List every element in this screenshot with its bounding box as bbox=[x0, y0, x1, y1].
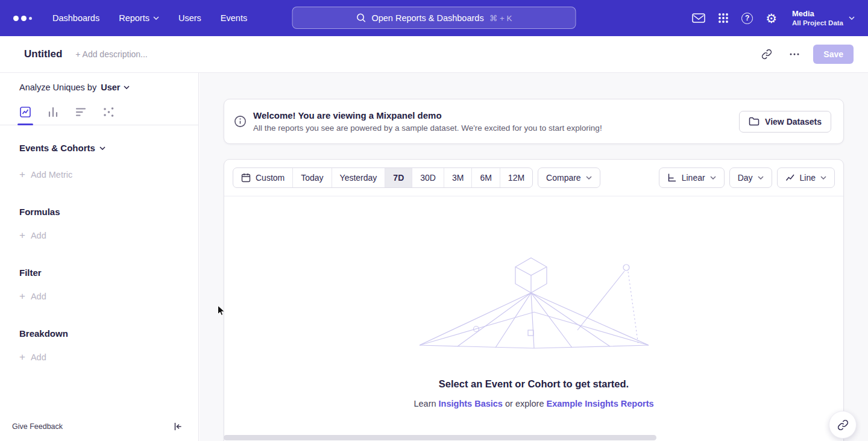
nav-users[interactable]: Users bbox=[178, 13, 201, 23]
save-button[interactable]: Save bbox=[813, 45, 854, 64]
chevron-down-icon bbox=[99, 146, 105, 150]
horizontal-scrollbar[interactable] bbox=[224, 435, 656, 440]
date-range-7d[interactable]: 7D bbox=[385, 168, 412, 187]
analyze-by-dropdown[interactable]: User bbox=[101, 83, 130, 92]
more-options-icon[interactable] bbox=[785, 45, 804, 63]
date-range-control: Custom Today Yesterday 7D 30D 3M 6M 12M bbox=[233, 167, 533, 188]
line-chart-icon bbox=[19, 106, 31, 118]
copy-link-icon[interactable] bbox=[758, 45, 776, 63]
analyze-value: User bbox=[101, 83, 120, 92]
linear-axis-icon bbox=[667, 173, 677, 183]
report-actions: Save bbox=[758, 45, 854, 64]
project-switcher[interactable]: Media All Project Data bbox=[792, 8, 855, 27]
granularity-label: Day bbox=[738, 173, 753, 183]
analyze-row: Analyze Uniques by User bbox=[0, 73, 198, 99]
chart-type-label: Line bbox=[800, 173, 816, 183]
mixpanel-logo-icon[interactable] bbox=[13, 16, 32, 21]
sidebar-footer: Give Feedback bbox=[0, 416, 198, 441]
report-header: Untitled + Add description... Save bbox=[0, 36, 868, 73]
add-formula-label: Add bbox=[31, 231, 46, 240]
date-range-label: Custom bbox=[256, 173, 285, 183]
report-canvas: Welcome! You are viewing a Mixpanel demo… bbox=[200, 73, 868, 441]
add-formula-button[interactable]: + Add bbox=[0, 230, 198, 240]
inbox-icon[interactable] bbox=[692, 13, 705, 23]
axis-scale-button[interactable]: Linear bbox=[659, 167, 725, 188]
date-range-today[interactable]: Today bbox=[293, 168, 332, 187]
calendar-icon bbox=[241, 173, 251, 183]
nav-reports[interactable]: Reports bbox=[119, 13, 159, 23]
tab-flows[interactable] bbox=[102, 99, 115, 125]
view-datasets-button[interactable]: View Datasets bbox=[739, 111, 831, 133]
logo-dot bbox=[21, 16, 27, 21]
empty-state-illustration bbox=[420, 257, 649, 350]
collapse-sidebar-icon[interactable] bbox=[173, 422, 183, 431]
add-metric-label: Add Metric bbox=[31, 170, 72, 180]
example-insights-reports-link[interactable]: Example Insights Reports bbox=[546, 399, 653, 408]
insights-basics-link[interactable]: Insights Basics bbox=[439, 399, 503, 408]
axis-scale-label: Linear bbox=[682, 173, 705, 183]
compare-button[interactable]: Compare bbox=[538, 167, 600, 188]
project-dataset: All Project Data bbox=[792, 19, 843, 28]
banner-title: Welcome! You are viewing a Mixpanel demo bbox=[253, 110, 602, 120]
events-cohorts-label: Events & Cohorts bbox=[19, 143, 95, 153]
date-range-30d[interactable]: 30D bbox=[412, 168, 444, 187]
apps-grid-icon[interactable] bbox=[718, 13, 729, 23]
chart-display-controls: Linear Day Line bbox=[659, 167, 835, 188]
date-range-6m[interactable]: 6M bbox=[472, 168, 500, 187]
nav-reports-label: Reports bbox=[119, 13, 149, 23]
add-description[interactable]: + Add description... bbox=[75, 49, 147, 59]
project-name: Media bbox=[792, 8, 843, 19]
chevron-down-icon bbox=[586, 176, 592, 180]
events-cohorts-section[interactable]: Events & Cohorts bbox=[0, 143, 198, 153]
view-datasets-label: View Datasets bbox=[765, 117, 822, 127]
empty-state-title: Select an Event or Cohort to get started… bbox=[439, 378, 629, 390]
welcome-banner: Welcome! You are viewing a Mixpanel demo… bbox=[224, 99, 844, 144]
chart-type-button[interactable]: Line bbox=[777, 167, 835, 188]
nav-events[interactable]: Events bbox=[221, 13, 247, 23]
tab-bar-chart[interactable] bbox=[47, 99, 59, 125]
insights-chart-card: Custom Today Yesterday 7D 30D 3M 6M 12M … bbox=[224, 159, 844, 441]
logo-dot bbox=[29, 17, 32, 20]
banner-text: Welcome! You are viewing a Mixpanel demo… bbox=[253, 110, 602, 133]
empty-state: Select an Event or Cohort to get started… bbox=[224, 196, 843, 408]
add-metric-button[interactable]: + Add Metric bbox=[0, 169, 198, 180]
gear-icon[interactable]: ⚙ bbox=[766, 12, 777, 25]
filter-section-title: Filter bbox=[0, 267, 198, 278]
date-range-12m[interactable]: 12M bbox=[500, 168, 532, 187]
top-nav: Dashboards Reports Users Events Open Rep… bbox=[0, 0, 868, 36]
tab-insights[interactable] bbox=[19, 99, 31, 125]
explore-text: or explore bbox=[503, 399, 547, 408]
bar-chart-icon bbox=[47, 106, 59, 118]
funnel-icon bbox=[75, 106, 87, 118]
add-filter-label: Add bbox=[31, 292, 46, 301]
metric-type-tabs bbox=[0, 99, 198, 125]
link-icon bbox=[837, 419, 849, 431]
analyze-label: Analyze Uniques by bbox=[19, 83, 96, 92]
chevron-down-icon bbox=[153, 16, 159, 20]
date-range-yesterday[interactable]: Yesterday bbox=[332, 168, 386, 187]
search-shortcut: ⌘ + K bbox=[489, 13, 512, 23]
share-link-fab[interactable] bbox=[829, 411, 857, 439]
date-range-custom[interactable]: Custom bbox=[233, 168, 293, 187]
plus-icon: + bbox=[19, 169, 25, 180]
learn-prefix: Learn bbox=[414, 399, 438, 408]
nav-dashboards[interactable]: Dashboards bbox=[52, 13, 99, 23]
plus-icon: + bbox=[19, 291, 25, 301]
query-builder-sidebar: Analyze Uniques by User Events & Cohorts… bbox=[0, 73, 199, 441]
add-filter-button[interactable]: + Add bbox=[0, 291, 198, 301]
info-icon bbox=[234, 115, 247, 128]
report-title[interactable]: Untitled bbox=[24, 48, 62, 60]
search-placeholder: Open Reports & Dashboards bbox=[371, 13, 483, 23]
granularity-button[interactable]: Day bbox=[729, 167, 772, 188]
date-range-3m[interactable]: 3M bbox=[444, 168, 472, 187]
tab-funnel[interactable] bbox=[75, 99, 87, 125]
give-feedback-link[interactable]: Give Feedback bbox=[12, 422, 63, 431]
global-search-input[interactable]: Open Reports & Dashboards ⌘ + K bbox=[292, 7, 576, 29]
line-chart-icon bbox=[785, 173, 795, 183]
logo-dot bbox=[13, 16, 19, 21]
chevron-down-icon bbox=[820, 176, 826, 180]
add-breakdown-button[interactable]: + Add bbox=[0, 352, 198, 362]
chevron-down-icon bbox=[710, 176, 716, 180]
help-icon[interactable]: ? bbox=[741, 13, 753, 24]
project-labels: Media All Project Data bbox=[792, 8, 843, 27]
